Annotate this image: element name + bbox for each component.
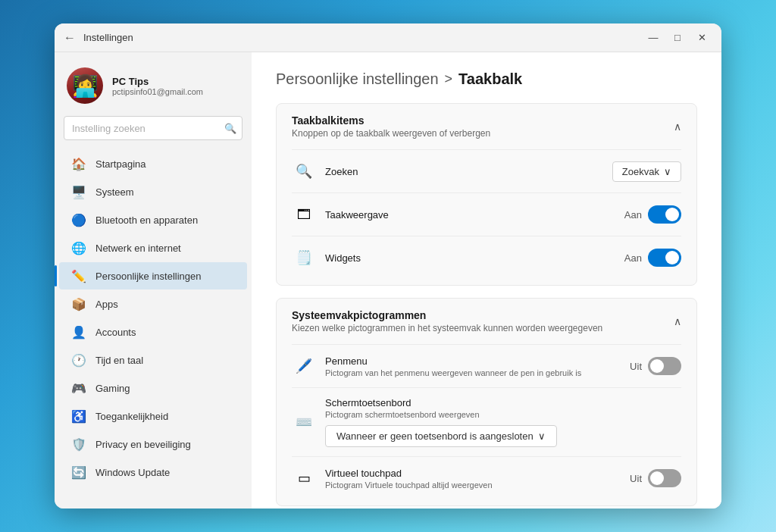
- setting-control-zoeken: Zoekvak ∨: [612, 161, 681, 182]
- nav-label-gaming: Gaming: [95, 383, 130, 394]
- search-icon: 🔍: [224, 123, 236, 134]
- section-header-left-systeemvak: Systeemvakpictogrammen Kiezen welke pict…: [292, 309, 674, 333]
- minimize-button[interactable]: —: [643, 30, 664, 46]
- settings-window: ← Instellingen — □ ✕ PC Tips pctipsinfo0…: [55, 23, 721, 509]
- dropdown-value-schermtoetsenbord: Wanneer er geen toetsenbord is aangeslot…: [336, 430, 534, 442]
- setting-label-virtueel-touchpad: Virtueel touchpad: [325, 468, 621, 479]
- sidebar-item-netwerk[interactable]: 🌐 Netwerk en internet: [59, 234, 247, 261]
- sidebar-item-startpagina[interactable]: 🏠 Startpagina: [59, 150, 247, 177]
- window-controls: — □ ✕: [643, 30, 712, 46]
- close-button[interactable]: ✕: [691, 30, 712, 46]
- setting-row-widgets: 🗒️ Widgets Aan: [292, 236, 681, 279]
- back-button[interactable]: ←: [64, 31, 76, 45]
- status-label-penmenu: Uit: [630, 361, 642, 372]
- maximize-button[interactable]: □: [667, 30, 688, 46]
- sidebar-item-apps[interactable]: 📦 Apps: [59, 290, 247, 318]
- setting-label-schermtoetsenbord: Schermtoetsenbord: [325, 397, 681, 408]
- sidebar-item-update[interactable]: 🔄 Windows Update: [59, 458, 247, 486]
- setting-sublabel-schermtoetsenbord: Pictogram schermtoetsenbord weergeven: [325, 410, 681, 419]
- setting-icon-zoeken: 🔍: [292, 159, 316, 183]
- section-title-taakbalkitems: Taakbalkitems: [292, 114, 674, 127]
- nav-menu: 🏠 Startpagina 🖥️ Systeem 🔵 Bluetooth en …: [55, 149, 252, 487]
- chevron-icon-systeemvak: ∧: [674, 315, 681, 327]
- section-header-systeemvak[interactable]: Systeemvakpictogrammen Kiezen welke pict…: [277, 299, 696, 344]
- sidebar-item-tijd[interactable]: 🕐 Tijd en taal: [59, 346, 247, 374]
- profile-email: pctipsinfo01@gmail.com: [112, 87, 239, 96]
- setting-control-widgets: Aan: [624, 249, 681, 267]
- section-header-left-taakbalkitems: Taakbalkitems Knoppen op de taakbalk wee…: [292, 114, 674, 139]
- nav-label-tijd: Tijd en taal: [95, 355, 143, 366]
- setting-label-zoeken: Zoeken: [325, 166, 603, 177]
- setting-sublabel-virtueel-touchpad: Pictogram Virtuele touchpad altijd weerg…: [325, 480, 621, 490]
- setting-row-taakweergave: 🗔 Taakweergave Aan: [292, 192, 681, 236]
- inline-dropdown-schermtoetsenbord[interactable]: Wanneer er geen toetsenbord is aangeslot…: [325, 425, 557, 447]
- setting-icon-virtueel-touchpad: ▭: [292, 466, 316, 490]
- section-desc-systeemvak: Kiezen welke pictogrammen in het systeem…: [292, 323, 674, 333]
- nav-icon-persoonlijk: ✏️: [71, 268, 86, 283]
- profile-section: PC Tips pctipsinfo01@gmail.com: [55, 61, 252, 116]
- section-content-systeemvak: 🖊️ Penmenu Pictogram van het penmenu wee…: [277, 344, 696, 505]
- nav-icon-bluetooth: 🔵: [71, 212, 86, 227]
- status-label-virtueel-touchpad: Uit: [630, 473, 642, 484]
- sections-container: Taakbalkitems Knoppen op de taakbalk wee…: [276, 103, 697, 509]
- sidebar-item-accounts[interactable]: 👤 Accounts: [59, 318, 247, 346]
- setting-label-widgets: Widgets: [325, 252, 615, 264]
- sidebar: PC Tips pctipsinfo01@gmail.com 🔍 🏠 Start…: [55, 52, 252, 509]
- nav-icon-systeem: 🖥️: [71, 184, 86, 199]
- breadcrumb-current: Taakbalk: [458, 70, 522, 88]
- setting-label-taakweergave: Taakweergave: [325, 209, 615, 221]
- profile-name: PC Tips: [112, 76, 239, 87]
- nav-label-accounts: Accounts: [95, 327, 136, 338]
- sidebar-item-bluetooth[interactable]: 🔵 Bluetooth en apparaten: [59, 206, 247, 233]
- status-label-widgets: Aan: [624, 252, 642, 264]
- section-desc-taakbalkitems: Knoppen op de taakbalk weergeven of verb…: [292, 128, 674, 139]
- nav-label-startpagina: Startpagina: [95, 158, 146, 170]
- sidebar-item-persoonlijk[interactable]: ✏️ Persoonlijke instellingen: [59, 262, 247, 289]
- section-systeemvak: Systeemvakpictogrammen Kiezen welke pict…: [276, 298, 697, 506]
- nav-label-bluetooth: Bluetooth en apparaten: [95, 214, 198, 226]
- status-label-taakweergave: Aan: [624, 209, 642, 221]
- toggle-taakweergave[interactable]: [648, 205, 681, 224]
- window-title: Instellingen: [83, 32, 643, 43]
- avatar[interactable]: [67, 67, 103, 104]
- breadcrumb-separator: >: [445, 71, 453, 87]
- sidebar-item-gaming[interactable]: 🎮 Gaming: [59, 374, 247, 402]
- nav-icon-privacy: 🛡️: [71, 437, 86, 452]
- toggle-virtueel-touchpad[interactable]: [648, 469, 681, 487]
- setting-label-penmenu: Penmenu: [325, 355, 621, 367]
- section-header-taakbalkitems[interactable]: Taakbalkitems Knoppen op de taakbalk wee…: [277, 104, 696, 149]
- nav-icon-startpagina: 🏠: [71, 156, 86, 171]
- setting-icon-widgets: 🗒️: [292, 246, 316, 270]
- content-area: PC Tips pctipsinfo01@gmail.com 🔍 🏠 Start…: [55, 52, 721, 509]
- setting-row-penmenu: 🖊️ Penmenu Pictogram van het penmenu wee…: [292, 344, 681, 387]
- setting-control-virtueel-touchpad: Uit: [630, 469, 681, 487]
- titlebar: ← Instellingen — □ ✕: [55, 23, 721, 52]
- setting-row-virtueel-touchpad: ▭ Virtueel touchpad Pictogram Virtuele t…: [292, 456, 681, 499]
- search-input[interactable]: [64, 116, 242, 140]
- section-content-taakbalkitems: 🔍 Zoeken Zoekvak ∨ 🗔 Taakweergave: [277, 149, 696, 285]
- sidebar-item-toegankelijkheid[interactable]: ♿ Toegankelijkheid: [59, 402, 247, 430]
- setting-sublabel-penmenu: Pictogram van het penmenu weergeven wann…: [325, 368, 621, 377]
- nav-icon-netwerk: 🌐: [71, 240, 86, 255]
- sidebar-item-systeem[interactable]: 🖥️ Systeem: [59, 178, 247, 205]
- chevron-icon-taakbalkitems: ∧: [674, 120, 681, 133]
- nav-icon-apps: 📦: [71, 296, 86, 311]
- setting-icon-taakweergave: 🗔: [292, 202, 316, 227]
- nav-icon-tijd: 🕐: [71, 352, 86, 368]
- toggle-penmenu[interactable]: [648, 357, 681, 375]
- nav-label-apps: Apps: [95, 299, 118, 310]
- nav-label-systeem: Systeem: [95, 186, 134, 198]
- nav-icon-gaming: 🎮: [71, 380, 86, 396]
- section-title-systeemvak: Systeemvakpictogrammen: [292, 309, 674, 321]
- nav-label-persoonlijk: Persoonlijke instellingen: [95, 271, 201, 282]
- nav-icon-toegankelijkheid: ♿: [71, 408, 86, 424]
- nav-label-netwerk: Netwerk en internet: [95, 243, 181, 254]
- dropdown-chevron-schermtoetsenbord: ∨: [538, 430, 546, 442]
- sidebar-item-privacy[interactable]: 🛡️ Privacy en beveiliging: [59, 430, 247, 458]
- nav-label-update: Windows Update: [95, 467, 170, 478]
- search-box: 🔍: [64, 116, 242, 140]
- breadcrumb-parent: Persoonlijke instellingen: [276, 70, 439, 88]
- toggle-widgets[interactable]: [648, 249, 681, 267]
- setting-icon-penmenu: 🖊️: [292, 354, 316, 378]
- dropdown-btn-zoeken[interactable]: Zoekvak ∨: [612, 161, 681, 182]
